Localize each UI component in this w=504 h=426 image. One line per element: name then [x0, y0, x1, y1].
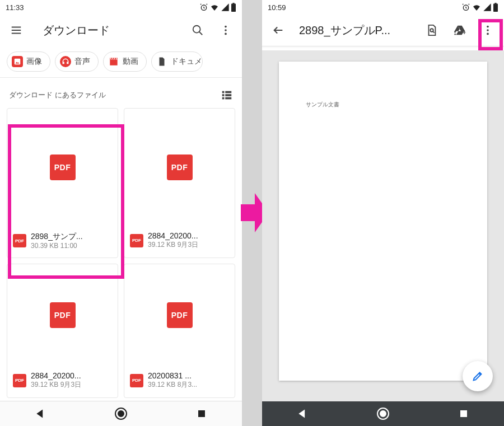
doc-title: 2898_サンプルP...: [299, 23, 416, 38]
svg-point-4: [225, 26, 227, 28]
pdf-badge: PDF: [167, 155, 193, 180]
status-icons: [461, 3, 498, 12]
file-name: 2884_20200...: [148, 231, 229, 240]
image-icon: [13, 58, 21, 65]
find-button[interactable]: [420, 18, 444, 42]
file-tile[interactable]: PDF PDF 2898_サンプ... 30.39 KB 11:00: [7, 108, 118, 258]
svg-point-6: [225, 33, 227, 35]
section-header: ダウンロード にあるファイル: [0, 78, 242, 108]
nav-bar: [262, 401, 504, 426]
chip-label: 画像: [26, 57, 42, 67]
nav-back-icon: [297, 408, 308, 419]
file-meta: 30.39 KB 11:00: [31, 242, 112, 250]
phone-left: 11:33 ダウンロード 画像 音声: [0, 0, 242, 426]
file-meta: 39.12 KB 8月3...: [148, 380, 229, 390]
file-tile[interactable]: PDF PDF 2884_20200... 39.12 KB 9月3日: [7, 264, 118, 398]
svg-rect-8: [222, 91, 225, 93]
svg-point-24: [487, 33, 489, 35]
svg-rect-18: [493, 4, 498, 12]
view-toggle-button[interactable]: [221, 89, 233, 101]
svg-rect-12: [222, 97, 225, 100]
recent-button[interactable]: [456, 406, 472, 422]
home-button[interactable]: [113, 406, 129, 422]
arrow-back-icon: [272, 24, 284, 36]
tile-preview: PDF: [7, 109, 118, 226]
signal-icon: [221, 3, 230, 12]
wifi-icon: [472, 3, 482, 12]
headphones-icon: [62, 58, 69, 65]
file-name: 2884_20200...: [31, 371, 112, 380]
file-tile[interactable]: PDF PDF 20200831 ... 39.12 KB 8月3...: [124, 264, 235, 398]
search-icon: [192, 24, 204, 36]
tile-preview: PDF: [124, 264, 235, 366]
menu-button[interactable]: [4, 18, 28, 42]
more-vert-icon: [482, 24, 494, 36]
app-bar: 2898_サンプルP... +: [262, 15, 504, 46]
svg-point-15: [118, 411, 124, 416]
svg-rect-11: [225, 94, 231, 96]
more-button[interactable]: [214, 18, 237, 42]
svg-rect-13: [225, 97, 231, 100]
alarm-icon: [461, 3, 470, 12]
tile-meta: PDF 2884_20200... 39.12 KB 9月3日: [124, 226, 235, 258]
drive-button[interactable]: +: [448, 18, 472, 42]
hamburger-icon: [10, 24, 22, 36]
tile-preview: PDF: [124, 109, 235, 226]
alarm-icon: [199, 3, 208, 12]
divider: [262, 46, 504, 46]
edit-fab[interactable]: [463, 361, 493, 391]
chip-audio[interactable]: 音声: [55, 52, 99, 72]
find-in-page-icon: [426, 24, 438, 36]
svg-point-26: [380, 411, 386, 416]
pdf-badge: PDF: [50, 155, 76, 180]
status-time: 11:33: [6, 3, 24, 12]
chip-video[interactable]: 動画: [103, 52, 147, 72]
page-title: ダウンロード: [43, 23, 181, 38]
svg-rect-27: [460, 410, 467, 417]
app-bar: ダウンロード: [0, 15, 242, 46]
back-button[interactable]: [267, 18, 290, 42]
nav-recent-icon: [459, 409, 469, 419]
nav-bar: [0, 401, 242, 426]
svg-rect-2: [232, 3, 234, 4]
more-button[interactable]: [476, 18, 500, 42]
home-button[interactable]: [375, 406, 391, 422]
svg-rect-1: [231, 4, 236, 12]
back-button[interactable]: [295, 406, 310, 422]
pdf-badge-sm: PDF: [130, 374, 143, 387]
file-tile[interactable]: PDF PDF 2884_20200... 39.12 KB 9月3日: [124, 108, 235, 258]
svg-point-23: [487, 29, 489, 31]
tile-meta: PDF 20200831 ... 39.12 KB 8月3...: [124, 366, 235, 397]
section-label: ダウンロード にあるファイル: [9, 90, 106, 100]
file-meta: 39.12 KB 9月3日: [148, 240, 229, 250]
recent-button[interactable]: [194, 406, 209, 422]
document-icon: [157, 57, 167, 67]
nav-back-icon: [35, 408, 46, 419]
more-vert-icon: [220, 24, 232, 36]
battery-icon: [231, 3, 236, 12]
signal-icon: [483, 3, 492, 12]
pdf-badge-sm: PDF: [130, 234, 143, 247]
pdf-viewer[interactable]: サンプル文書: [262, 50, 504, 401]
list-view-icon: [221, 89, 233, 101]
search-button[interactable]: [186, 18, 209, 42]
back-button[interactable]: [32, 406, 48, 422]
status-icons: [199, 3, 236, 12]
file-grid: PDF PDF 2898_サンプ... 30.39 KB 11:00 PDF P…: [0, 108, 242, 398]
file-name: 20200831 ...: [148, 371, 229, 380]
phone-right: 10:59 2898_サンプルP... + サンプル文書: [262, 0, 504, 426]
pdf-page: サンプル文書: [279, 62, 487, 381]
nav-home-icon: [376, 407, 390, 420]
status-time: 10:59: [268, 3, 286, 12]
chip-document[interactable]: ドキュメ: [151, 52, 203, 72]
drive-add-icon: +: [454, 24, 466, 36]
nav-home-icon: [114, 407, 128, 420]
svg-point-3: [193, 26, 200, 33]
pdf-badge-sm: PDF: [13, 374, 26, 387]
svg-rect-9: [225, 91, 231, 93]
wifi-icon: [209, 3, 220, 12]
chip-label: 動画: [123, 57, 138, 67]
chip-image[interactable]: 画像: [7, 52, 50, 72]
pdf-badge: PDF: [50, 302, 76, 328]
tile-meta: PDF 2898_サンプ... 30.39 KB 11:00: [7, 226, 118, 258]
